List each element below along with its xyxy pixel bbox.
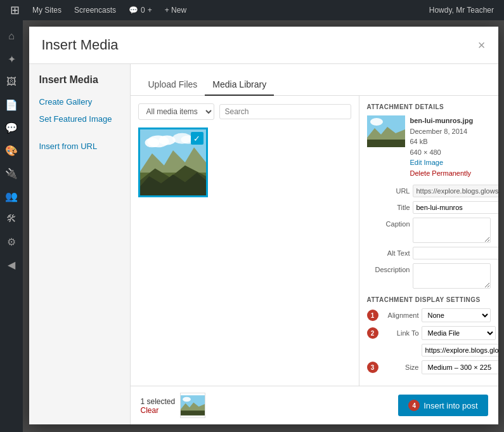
footer-selected-info: 1 selected Clear <box>141 396 176 415</box>
sidebar-collapse-icon[interactable]: ◀ <box>0 254 23 275</box>
attachment-filesize: 64 kB <box>410 136 474 147</box>
display-settings-title: ATTACHMENT DISPLAY SETTINGS <box>367 296 491 303</box>
link-url-input[interactable] <box>422 344 498 357</box>
alignment-label: Alignment <box>381 311 419 319</box>
admin-sidebar: ⌂ ✦ 🖼 📄 💬 🎨 🔌 👥 🛠 ⚙ ◀ <box>0 20 23 432</box>
modal-sidebar: Insert Media Create Gallery Set Featured… <box>29 64 131 424</box>
svg-point-11 <box>370 118 383 126</box>
footer-selected-count: 1 selected <box>141 397 176 406</box>
title-input[interactable] <box>413 201 498 214</box>
caption-input[interactable] <box>413 218 491 243</box>
alt-text-field: Alt Text <box>367 247 491 259</box>
step-badge-4: 4 <box>408 400 420 411</box>
new-menu[interactable]: + New <box>160 6 191 15</box>
modal-body: Insert Media Create Gallery Set Featured… <box>29 64 498 424</box>
attachment-thumb-image <box>367 115 405 147</box>
attachment-filename: ben-lui-munros.jpg <box>410 115 474 126</box>
url-field: URL <box>367 185 491 197</box>
alignment-row: 1 Alignment None Left Center Right <box>367 308 491 322</box>
modal-main: Upload Files Media Library All media ite… <box>131 64 498 424</box>
attachment-info: ben-lui-munros.jpg December 8, 2014 64 k… <box>410 115 474 178</box>
description-input[interactable] <box>413 263 491 289</box>
link-url-row <box>367 344 491 357</box>
alt-text-label: Alt Text <box>367 247 410 257</box>
sidebar-users-icon[interactable]: 👥 <box>0 185 23 207</box>
modal-content: All media items <box>131 96 498 386</box>
svg-rect-13 <box>367 140 405 147</box>
footer-clear-link[interactable]: Clear <box>141 406 176 415</box>
screencasts-menu[interactable]: Screencasts <box>69 6 121 15</box>
media-filter-select[interactable]: All media items <box>138 103 214 120</box>
size-label: Size <box>381 363 419 371</box>
edit-image-link[interactable]: Edit Image <box>410 157 474 168</box>
alt-text-input[interactable] <box>413 247 498 259</box>
admin-layout: ⌂ ✦ 🖼 📄 💬 🎨 🔌 👥 🛠 ⚙ ◀ Insert Media × <box>0 20 504 432</box>
step-badge-2: 2 <box>367 327 378 339</box>
modal-sidebar-title: Insert Media <box>29 74 130 93</box>
attachment-date: December 8, 2014 <box>410 126 474 137</box>
wp-logo[interactable]: ⊞ <box>5 3 25 17</box>
tab-media-library[interactable]: Media Library <box>205 74 274 96</box>
new-label: + New <box>165 6 186 15</box>
screencasts-label: Screencasts <box>74 6 116 15</box>
sidebar-item-insert-from-url[interactable]: Insert from URL <box>29 138 130 155</box>
sidebar-tools-icon[interactable]: 🛠 <box>0 208 23 230</box>
title-field: Title <box>367 201 491 214</box>
alignment-select[interactable]: None Left Center Right <box>422 308 491 322</box>
attachment-details-title: ATTACHMENT DETAILS <box>367 103 491 110</box>
media-area: All media items <box>131 96 359 386</box>
attachment-panel: ATTACHMENT DETAILS <box>359 96 498 386</box>
link-to-select[interactable]: Media File Attachment Page Custom URL No… <box>422 326 496 340</box>
sidebar-posts-icon[interactable]: ✦ <box>0 48 23 70</box>
url-input <box>413 185 498 197</box>
sidebar-plugins-icon[interactable]: 🔌 <box>0 162 23 184</box>
media-toolbar: All media items <box>138 103 351 120</box>
step-badge-3: 3 <box>367 362 378 373</box>
svg-point-2 <box>145 138 159 147</box>
comments-menu[interactable]: 💬 0 + <box>124 6 157 15</box>
link-to-row: 2 Link To Media File Attachment Page Cus… <box>367 326 491 340</box>
footer-thumb <box>180 393 205 418</box>
media-item[interactable]: ✓ <box>138 128 208 197</box>
sidebar-divider <box>29 128 130 138</box>
step-badge-1: 1 <box>367 310 378 321</box>
tab-upload-files[interactable]: Upload Files <box>141 74 205 96</box>
sidebar-item-set-featured-image[interactable]: Set Featured Image <box>29 110 130 128</box>
modal-footer: 1 selected Clear 4 Inser <box>131 386 498 424</box>
insert-into-post-button[interactable]: 4 Insert into post <box>398 395 488 416</box>
comments-count: 0 <box>141 6 145 15</box>
insert-media-modal: Insert Media × Insert Media Create Galle… <box>29 27 498 424</box>
insert-button-label: Insert into post <box>423 401 477 410</box>
svg-point-15 <box>183 397 191 402</box>
admin-content: Insert Media × Insert Media Create Galle… <box>23 20 504 432</box>
sidebar-settings-icon[interactable]: ⚙ <box>0 231 23 252</box>
media-grid: ✓ <box>138 128 351 378</box>
caption-label: Caption <box>367 218 410 228</box>
size-row: 3 Size Medium – 300 × 225 Thumbnail – 15… <box>367 360 491 374</box>
size-select[interactable]: Medium – 300 × 225 Thumbnail – 150 × 150… <box>422 360 498 374</box>
attachment-preview: ben-lui-munros.jpg December 8, 2014 64 k… <box>367 115 491 178</box>
media-selected-check: ✓ <box>191 132 204 145</box>
comment-icon: 💬 <box>129 6 138 15</box>
sidebar-item-create-gallery[interactable]: Create Gallery <box>29 93 130 110</box>
greeting: Howdy, Mr Teacher <box>424 6 499 15</box>
svg-rect-17 <box>181 410 205 416</box>
my-sites-label: My Sites <box>32 6 61 15</box>
modal-overlay: Insert Media × Insert Media Create Galle… <box>23 20 504 432</box>
description-field: Description <box>367 263 491 289</box>
sidebar-pages-icon[interactable]: 📄 <box>0 94 23 115</box>
modal-title: Insert Media <box>42 37 119 63</box>
link-to-label: Link To <box>381 329 419 337</box>
modal-close-button[interactable]: × <box>478 39 486 62</box>
sidebar-appearance-icon[interactable]: 🎨 <box>0 140 23 161</box>
sidebar-media-icon[interactable]: 🖼 <box>0 71 23 93</box>
url-label: URL <box>367 185 410 195</box>
media-search-input[interactable] <box>219 104 351 119</box>
admin-bar: ⊞ My Sites Screencasts 💬 0 + + New Howdy… <box>0 0 504 20</box>
title-label: Title <box>367 201 410 211</box>
attachment-dimensions: 640 × 480 <box>410 147 474 158</box>
sidebar-dashboard-icon[interactable]: ⌂ <box>0 25 23 47</box>
sidebar-comments-icon[interactable]: 💬 <box>0 117 23 138</box>
delete-permanently-link[interactable]: Delete Permanently <box>410 168 474 179</box>
my-sites-menu[interactable]: My Sites <box>27 6 67 15</box>
